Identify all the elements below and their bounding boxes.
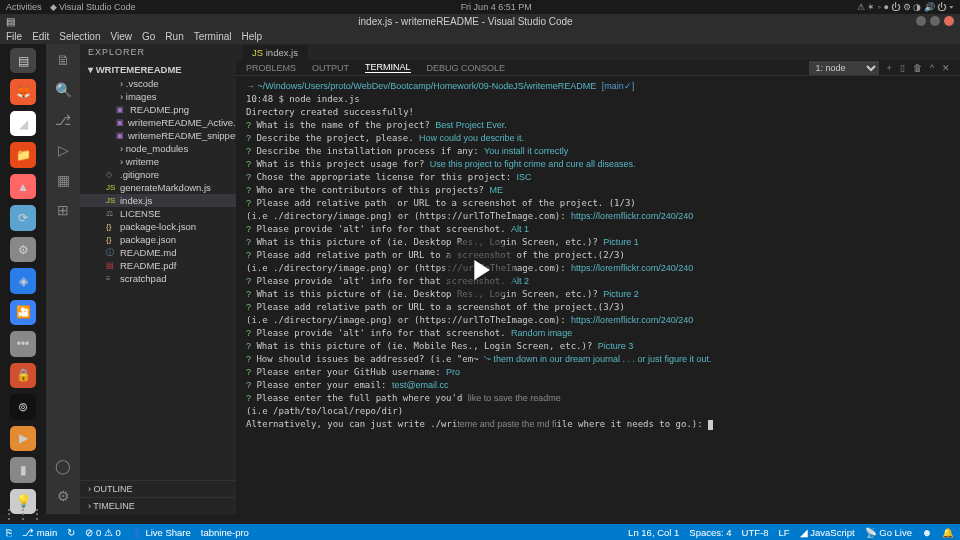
terminal-maximize-icon[interactable]: ^ xyxy=(930,63,934,73)
status-eol[interactable]: LF xyxy=(779,527,790,538)
menu-run[interactable]: Run xyxy=(165,31,183,42)
file-generateMarkdown.js[interactable]: JSgenerateMarkdown.js xyxy=(80,181,236,194)
status-bell-icon[interactable]: 🔔 xyxy=(942,527,954,538)
outline-section[interactable]: › OUTLINE xyxy=(80,480,236,497)
menu-view[interactable]: View xyxy=(111,31,133,42)
account-icon[interactable]: ◯ xyxy=(55,458,71,474)
dock-app-8[interactable]: 🎦 xyxy=(10,300,36,325)
gnome-grip-icon[interactable]: ⋮⋮⋮ xyxy=(2,506,44,522)
menu-edit[interactable]: Edit xyxy=(32,31,49,42)
settings-gear-icon[interactable]: ⚙ xyxy=(57,488,70,504)
status-branch[interactable]: ⎇ main xyxy=(22,527,57,538)
file-README.pdf[interactable]: ▤README.pdf xyxy=(80,259,236,272)
file-writemeREADME_Active.png[interactable]: ▣writemeREADME_Active.png xyxy=(80,116,236,129)
file-README.md[interactable]: ⓘREADME.md xyxy=(80,246,236,259)
file-scratchpad[interactable]: ≡scratchpad xyxy=(80,272,236,285)
status-spaces[interactable]: Spaces: 4 xyxy=(689,527,731,538)
status-liveshare[interactable]: 👤 Live Share xyxy=(131,527,191,538)
panel-tab-debug-console[interactable]: DEBUG CONSOLE xyxy=(427,63,506,73)
folder-images[interactable]: › images xyxy=(80,90,236,103)
file-writemeREADME_snippet.png[interactable]: ▣writemeREADME_snippet.png xyxy=(80,129,236,142)
app-menu[interactable]: ◆ Visual Studio Code xyxy=(50,2,136,12)
close-button[interactable] xyxy=(944,16,954,26)
menu-terminal[interactable]: Terminal xyxy=(194,31,232,42)
status-ln[interactable]: Ln 16, Col 1 xyxy=(628,527,679,538)
minimize-button[interactable] xyxy=(916,16,926,26)
window-title: index.js - writemeREADME - Visual Studio… xyxy=(15,16,916,27)
file-index.js[interactable]: JSindex.js xyxy=(80,194,236,207)
explorer-tab-icon[interactable]: 🗎 xyxy=(56,52,70,68)
file-LICENSE[interactable]: ⚖LICENSE xyxy=(80,207,236,220)
status-tabnine[interactable]: tabnine-pro xyxy=(201,527,249,538)
dock-app-3[interactable]: 📁 xyxy=(10,142,36,167)
video-play-button[interactable] xyxy=(445,235,515,305)
file-.gitignore[interactable]: ◇.gitignore xyxy=(80,168,236,181)
terminal-new-icon[interactable]: + xyxy=(887,63,892,73)
status-enc[interactable]: UTF-8 xyxy=(742,527,769,538)
terminal-close-icon[interactable]: ✕ xyxy=(942,63,950,73)
status-problems[interactable]: ⊘ 0 ⚠ 0 xyxy=(85,527,121,538)
status-feedback-icon[interactable]: ☻ xyxy=(922,527,932,538)
vscode-icon: ▤ xyxy=(6,16,15,27)
panel-tab-terminal[interactable]: TERMINAL xyxy=(365,62,411,73)
dock-app-1[interactable]: 🦊 xyxy=(10,79,36,104)
folder-node_modules[interactable]: › node_modules xyxy=(80,142,236,155)
status-golive[interactable]: 📡 Go Live xyxy=(865,527,912,538)
activities-button[interactable]: Activities xyxy=(6,2,42,12)
timeline-section[interactable]: › TIMELINE xyxy=(80,497,236,514)
status-lang[interactable]: ◢ JavaScript xyxy=(800,527,855,538)
menu-help[interactable]: Help xyxy=(242,31,263,42)
terminal-trash-icon[interactable]: 🗑 xyxy=(913,63,922,73)
menu-selection[interactable]: Selection xyxy=(59,31,100,42)
explorer-header: EXPLORER xyxy=(80,44,236,62)
scm-tab-icon[interactable]: ⎇ xyxy=(55,112,71,128)
panel-tab-output[interactable]: OUTPUT xyxy=(312,63,349,73)
dock-app-4[interactable]: ▲ xyxy=(10,174,36,199)
editor-tab[interactable]: JS index.js xyxy=(242,45,308,60)
dock-app-6[interactable]: ⚙ xyxy=(10,237,36,262)
workspace-root[interactable]: ▾ WRITEMEREADME xyxy=(80,62,236,77)
dock-app-9[interactable]: ••• xyxy=(10,331,36,356)
dock-app-5[interactable]: ⟳ xyxy=(10,205,36,230)
status-remote-icon[interactable]: ⎘ xyxy=(6,527,12,538)
extensions-tab-icon[interactable]: ▦ xyxy=(57,172,70,188)
file-README.png[interactable]: ▣README.png xyxy=(80,103,236,116)
folder-.vscode[interactable]: › .vscode xyxy=(80,77,236,90)
tray-icons[interactable]: ⚠ ✶ ◦ ● ⏻ ⚙ ◑ 🔊 ⏻ ▾ xyxy=(857,2,954,12)
folder-writeme[interactable]: › writeme xyxy=(80,155,236,168)
clock: Fri Jun 4 6:51 PM xyxy=(135,2,856,12)
file-package-lock.json[interactable]: {}package-lock.json xyxy=(80,220,236,233)
panel-tab-problems[interactable]: PROBLEMS xyxy=(246,63,296,73)
dock-app-2[interactable]: ◢ xyxy=(10,111,36,136)
search-tab-icon[interactable]: 🔍 xyxy=(55,82,72,98)
status-sync[interactable]: ↻ xyxy=(67,527,75,538)
terminal-output[interactable]: → ~/Windows/Users/proto/WebDev/Bootcamp/… xyxy=(236,76,960,514)
remote-tab-icon[interactable]: ⊞ xyxy=(57,202,69,218)
dock-app-7[interactable]: ◈ xyxy=(10,268,36,293)
dock-app-13[interactable]: ▮ xyxy=(10,457,36,482)
file-package.json[interactable]: {}package.json xyxy=(80,233,236,246)
dock-app-10[interactable]: 🔒 xyxy=(10,363,36,388)
terminal-shell-select[interactable]: 1: node xyxy=(809,61,879,75)
dock-app-12[interactable]: ▶ xyxy=(10,426,36,451)
maximize-button[interactable] xyxy=(930,16,940,26)
menu-go[interactable]: Go xyxy=(142,31,155,42)
dock-app-11[interactable]: ⊚ xyxy=(10,394,36,419)
menu-file[interactable]: File xyxy=(6,31,22,42)
dock-app-0[interactable]: ▤ xyxy=(10,48,36,73)
debug-tab-icon[interactable]: ▷ xyxy=(58,142,69,158)
terminal-split-icon[interactable]: ▯ xyxy=(900,63,905,73)
